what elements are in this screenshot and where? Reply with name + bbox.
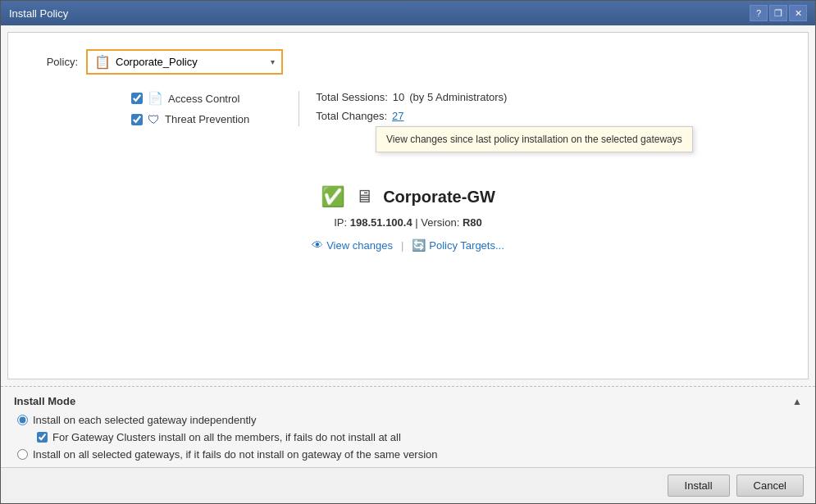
install-button[interactable]: Install [668, 474, 730, 497]
policy-selected-value: Corporate_Policy [116, 56, 271, 68]
policy-checkboxes: 📄 Access Control 🛡 Threat Prevention [131, 91, 249, 126]
install-mode-options: Install on each selected gateway indepen… [14, 414, 802, 461]
install-mode-header: Install Mode ▲ [14, 395, 802, 407]
links-separator: | [401, 239, 403, 252]
gateway-ip-label: IP: [334, 216, 347, 229]
cancel-button[interactable]: Cancel [736, 474, 804, 497]
help-button[interactable]: ? [750, 5, 768, 21]
collapse-icon[interactable]: ▲ [792, 396, 802, 407]
install-mode-radio-1[interactable] [17, 415, 28, 425]
gateway-name: Corporate-GW [383, 188, 495, 207]
policy-targets-link[interactable]: 🔄 Policy Targets... [412, 238, 504, 252]
install-mode-option-1-label: Install on each selected gateway indepen… [33, 414, 256, 426]
title-bar-controls: ? ❐ ✕ [750, 5, 807, 21]
main-content: Policy: 📋 Corporate_Policy ▾ 📄 Access Co… [7, 32, 809, 379]
gateway-details: IP: 198.51.100.4 | Version: R80 [334, 216, 482, 229]
policy-row: Policy: 📋 Corporate_Policy ▾ [33, 49, 783, 75]
cluster-install-checkbox[interactable] [37, 432, 48, 443]
threat-prevention-checkbox[interactable] [131, 114, 143, 125]
tooltip-text: View changes since last policy installat… [386, 134, 682, 145]
policy-options-section: 📄 Access Control 🛡 Threat Prevention Tot… [33, 91, 783, 126]
install-mode-radio-2[interactable] [17, 449, 28, 460]
main-window: Install Policy ? ❐ ✕ Policy: 📋 Corporate… [0, 0, 816, 504]
policy-dropdown[interactable]: 📋 Corporate_Policy ▾ [86, 49, 283, 75]
gateway-hardware-icon: 🖥 [355, 186, 373, 207]
sessions-label: Total Sessions: [316, 91, 387, 103]
threat-prevention-icon: 🛡 [148, 112, 160, 126]
sessions-value: 10 [393, 91, 404, 103]
gateway-section: ✅ 🖥 Corporate-GW IP: 198.51.100.4 | Vers… [33, 169, 783, 268]
changes-tooltip-container: 27 View changes since last policy instal… [392, 110, 403, 122]
policy-book-icon: 📋 [94, 54, 111, 70]
view-changes-label: View changes [326, 239, 393, 252]
dropdown-arrow-icon: ▾ [271, 57, 275, 66]
install-mode-suboption: For Gateway Clusters install on all the … [17, 431, 802, 443]
gateway-version-label: Version: [421, 216, 459, 229]
changes-label: Total Changes: [316, 110, 387, 122]
policy-label: Policy: [33, 56, 78, 68]
close-button[interactable]: ✕ [789, 5, 807, 21]
access-control-icon: 📄 [148, 91, 163, 106]
changes-row: Total Changes: 27 View changes since las… [316, 110, 507, 122]
sessions-suffix: (by 5 Administrators) [409, 91, 507, 103]
gateway-status-icon: ✅ [321, 185, 345, 208]
cluster-install-label: For Gateway Clusters install on all the … [52, 431, 401, 443]
changes-link[interactable]: 27 [392, 110, 403, 122]
install-mode-title: Install Mode [14, 395, 75, 407]
title-bar: Install Policy ? ❐ ✕ [1, 1, 815, 25]
install-mode-option-2-label: Install on all selected gateways, if it … [33, 448, 438, 461]
gateway-links: 👁 View changes | 🔄 Policy Targets... [312, 238, 504, 252]
gateway-ip-value: 198.51.100.4 [350, 216, 413, 229]
title-bar-left: Install Policy [9, 7, 68, 20]
view-changes-link[interactable]: 👁 View changes [312, 238, 393, 252]
bottom-bar: Install Cancel [1, 467, 815, 503]
install-mode-option-2: Install on all selected gateways, if it … [17, 448, 802, 461]
tooltip-box: View changes since last policy installat… [376, 126, 693, 152]
install-mode-section: Install Mode ▲ Install on each selected … [1, 386, 815, 467]
sessions-row: Total Sessions: 10 (by 5 Administrators) [316, 91, 507, 103]
window-body: Policy: 📋 Corporate_Policy ▾ 📄 Access Co… [1, 25, 815, 503]
gateway-header: ✅ 🖥 Corporate-GW [321, 185, 495, 208]
install-mode-option-1: Install on each selected gateway indepen… [17, 414, 802, 426]
restore-button[interactable]: ❐ [769, 5, 787, 21]
window-title: Install Policy [9, 7, 68, 20]
view-changes-icon: 👁 [312, 238, 323, 252]
threat-prevention-item: 🛡 Threat Prevention [131, 112, 249, 126]
access-control-item: 📄 Access Control [131, 91, 249, 106]
policy-targets-label: Policy Targets... [429, 239, 504, 252]
policy-targets-icon: 🔄 [412, 238, 426, 252]
access-control-checkbox[interactable] [131, 93, 143, 104]
threat-prevention-label: Threat Prevention [165, 113, 249, 125]
access-control-label: Access Control [168, 93, 239, 105]
gateway-version-value: R80 [463, 216, 482, 229]
stats-section: Total Sessions: 10 (by 5 Administrators)… [299, 91, 507, 126]
